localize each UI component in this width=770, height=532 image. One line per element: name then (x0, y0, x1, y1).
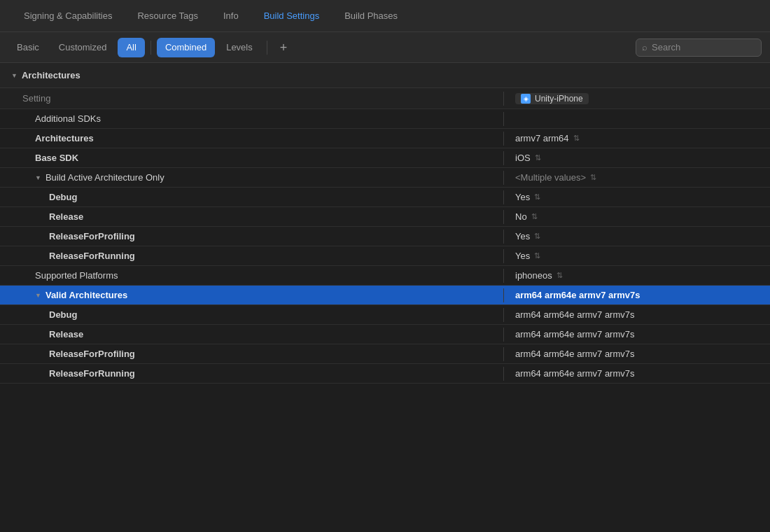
search-input[interactable] (652, 42, 743, 52)
value-releaseprofiling-arch: Yes ⇅ (504, 228, 770, 244)
tab-signing[interactable]: Signing & Capabilities (11, 0, 125, 31)
customized-button[interactable]: Customized (50, 38, 115, 57)
key-valid-arch: ▼ Valid Architectures (0, 287, 503, 303)
value-debug-arch: Yes ⇅ (504, 189, 770, 205)
search-box: ⌕ (636, 38, 762, 57)
row-releaseprofiling-valid[interactable]: ReleaseForProfiling arm64 arm64e armv7 a… (0, 344, 770, 364)
key-debug-arch: Debug (0, 189, 503, 205)
setting-value-label: ◈ Unity-iPhone (504, 90, 770, 107)
row-debug-valid[interactable]: Debug arm64 arm64e armv7 armv7s (0, 305, 770, 325)
row-release-arch[interactable]: Release No ⇅ (0, 207, 770, 227)
tab-build-settings[interactable]: Build Settings (251, 0, 332, 31)
key-debug-valid: Debug (0, 307, 503, 323)
row-releaserunning-valid[interactable]: ReleaseForRunning arm64 arm64e armv7 arm… (0, 364, 770, 384)
key-release-arch: Release (0, 209, 503, 225)
key-releaseprofiling-valid: ReleaseForProfiling (0, 346, 503, 362)
row-valid-arch[interactable]: ▼ Valid Architectures arm64 arm64e armv7… (0, 286, 770, 305)
row-architectures[interactable]: Architectures armv7 arm64 ⇅ (0, 129, 770, 148)
value-base-sdk-text: iOS (515, 153, 531, 163)
content-area: ▼ Architectures Setting ◈ Unity-iPhone A… (0, 63, 770, 532)
row-base-sdk[interactable]: Base SDK iOS ⇅ (0, 148, 770, 168)
row-debug-arch[interactable]: Debug Yes ⇅ (0, 188, 770, 207)
value-supported-platforms: iphoneos ⇅ (504, 267, 770, 284)
stepper-releaserunning-arch[interactable]: ⇅ (534, 251, 540, 260)
value-valid-arch-text: arm64 arm64e armv7 armv7s (515, 290, 640, 300)
toolbar-separator-1 (150, 41, 151, 55)
value-arch-text: armv7 arm64 (515, 133, 569, 144)
stepper-release-arch[interactable]: ⇅ (531, 212, 538, 221)
key-supported-platforms: Supported Platforms (0, 267, 503, 284)
key-releaserunning-arch: ReleaseForRunning (0, 248, 503, 264)
add-button[interactable]: + (273, 38, 295, 57)
row-releaseprofiling-arch[interactable]: ReleaseForProfiling Yes ⇅ (0, 227, 770, 246)
value-debug-arch-text: Yes (515, 192, 530, 202)
stepper-supported-platforms[interactable]: ⇅ (556, 271, 563, 280)
value-releaserunning-arch-text: Yes (515, 251, 530, 261)
tab-build-phases[interactable]: Build Phases (332, 0, 410, 31)
tab-info[interactable]: Info (211, 0, 251, 31)
stepper-debug-arch[interactable]: ⇅ (534, 192, 540, 202)
all-button[interactable]: All (118, 38, 144, 57)
key-build-active-text: Build Active Architecture Only (46, 172, 164, 183)
value-base-sdk: iOS ⇅ (504, 150, 770, 166)
key-additional-sdks: Additional SDKs (0, 111, 503, 127)
row-supported-platforms[interactable]: Supported Platforms iphoneos ⇅ (0, 266, 770, 286)
architectures-section-header: ▼ Architectures (0, 63, 770, 88)
row-build-active-arch[interactable]: ▼ Build Active Architecture Only <Multip… (0, 168, 770, 188)
combined-button[interactable]: Combined (157, 38, 215, 57)
section-triangle-icon: ▼ (11, 72, 18, 79)
value-release-valid: arm64 arm64e armv7 armv7s (504, 326, 770, 342)
value-releaseprofiling-valid: arm64 arm64e armv7 armv7s (504, 346, 770, 362)
stepper-build-active[interactable]: ⇅ (590, 173, 596, 182)
key-releaseprofiling-arch: ReleaseForProfiling (0, 228, 503, 244)
tab-resource-tags[interactable]: Resource Tags (125, 0, 210, 31)
key-release-valid: Release (0, 326, 503, 342)
triangle-build-active: ▼ (35, 174, 41, 181)
value-releaserunning-valid-text: arm64 arm64e armv7 armv7s (515, 368, 635, 379)
value-release-arch-text: No (515, 211, 527, 222)
setting-key-label: Setting (0, 90, 503, 106)
search-icon: ⌕ (642, 42, 648, 52)
value-supported-platforms-text: iphoneos (515, 270, 552, 281)
unity-icon: ◈ (521, 94, 531, 104)
row-additional-sdks[interactable]: Additional SDKs (0, 109, 770, 129)
row-release-valid[interactable]: Release arm64 arm64e armv7 armv7s (0, 325, 770, 344)
stepper-arch[interactable]: ⇅ (573, 134, 580, 143)
value-releaseprofiling-arch-text: Yes (515, 231, 530, 241)
basic-button[interactable]: Basic (8, 38, 48, 57)
value-releaserunning-arch: Yes ⇅ (504, 248, 770, 264)
key-base-sdk: Base SDK (0, 150, 503, 166)
value-build-active-arch: <Multiple values> ⇅ (504, 169, 770, 186)
value-valid-arch: arm64 arm64e armv7 armv7s (504, 287, 770, 303)
settings-table: Additional SDKs Architectures armv7 arm6… (0, 109, 770, 384)
setting-label-row: Setting ◈ Unity-iPhone (0, 88, 770, 109)
value-build-active-text: <Multiple values> (515, 172, 586, 183)
value-releaserunning-valid: arm64 arm64e armv7 armv7s (504, 365, 770, 382)
value-architectures: armv7 arm64 ⇅ (504, 130, 770, 146)
key-valid-arch-text: Valid Architectures (46, 290, 127, 300)
value-additional-sdks (504, 116, 770, 122)
toolbar-separator-2 (267, 41, 267, 55)
key-build-active-arch: ▼ Build Active Architecture Only (0, 169, 503, 186)
levels-button[interactable]: Levels (218, 38, 261, 57)
value-debug-valid: arm64 arm64e armv7 armv7s (504, 307, 770, 323)
key-architectures: Architectures (0, 130, 503, 146)
row-releaserunning-arch[interactable]: ReleaseForRunning Yes ⇅ (0, 246, 770, 266)
stepper-base-sdk[interactable]: ⇅ (535, 153, 541, 162)
key-releaserunning-valid: ReleaseForRunning (0, 365, 503, 382)
unity-badge: ◈ Unity-iPhone (515, 93, 589, 104)
value-release-arch: No ⇅ (504, 209, 770, 225)
value-releaseprofiling-valid-text: arm64 arm64e armv7 armv7s (515, 349, 635, 359)
unity-badge-label: Unity-iPhone (535, 94, 583, 104)
tab-bar: Signing & Capabilities Resource Tags Inf… (0, 0, 770, 32)
triangle-valid-arch: ▼ (35, 292, 41, 299)
section-title: Architectures (22, 70, 80, 80)
stepper-releaseprofiling-arch[interactable]: ⇅ (534, 232, 540, 241)
value-debug-valid-text: arm64 arm64e armv7 armv7s (515, 309, 635, 320)
value-release-valid-text: arm64 arm64e armv7 armv7s (515, 329, 635, 340)
toolbar: Basic Customized All Combined Levels + ⌕ (0, 32, 770, 63)
